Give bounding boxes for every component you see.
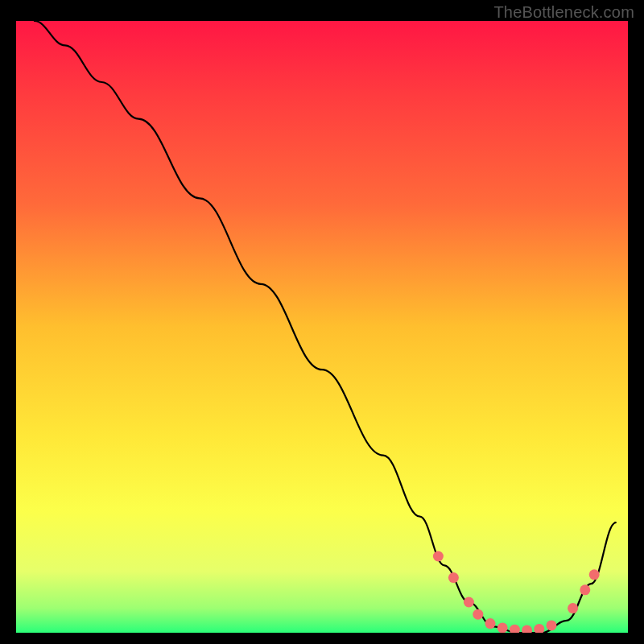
- curve-marker: [473, 609, 483, 620]
- curve-marker: [568, 603, 578, 613]
- curve-marker: [580, 584, 590, 595]
- curve-marker: [547, 620, 557, 630]
- curve-marker: [433, 551, 444, 562]
- curve-marker: [589, 569, 600, 580]
- bottleneck-curve-plot: [16, 21, 628, 633]
- chart-frame: TheBottleneck.com: [0, 0, 644, 644]
- curve-marker: [464, 597, 474, 608]
- curve-marker: [485, 618, 496, 629]
- attribution-label: TheBottleneck.com: [493, 3, 634, 22]
- curve-marker: [448, 572, 459, 583]
- gradient-background: [16, 21, 628, 633]
- curve-marker: [497, 622, 508, 633]
